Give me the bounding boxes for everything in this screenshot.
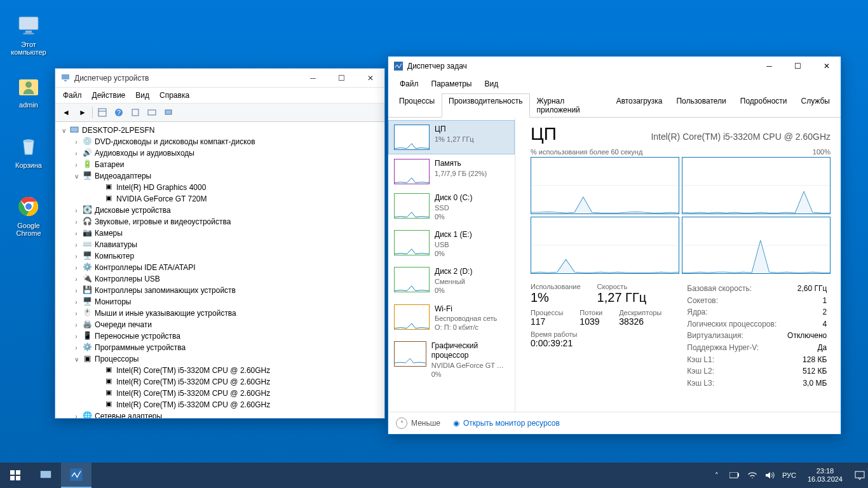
tray-action-center-icon[interactable] [854,470,865,480]
expand-icon[interactable]: › [72,299,81,306]
expand-icon[interactable]: ∨ [72,356,81,363]
sidebar-card-3[interactable]: Диск 1 (E:)USB0% [388,226,515,262]
tree-category[interactable]: ›🖥️Мониторы [57,296,383,308]
titlebar[interactable]: Диспетчер устройств ─ ☐ ✕ [55,69,384,88]
menu-help[interactable]: Справка [154,89,194,102]
desktop-icon-chrome[interactable]: Google Chrome [6,194,51,237]
cpu-graph-0[interactable] [531,157,679,214]
tab-5[interactable]: Подробности [733,93,794,118]
sidebar[interactable]: ЦП1% 1,27 ГГцПамять1,7/7,9 ГБ (22%)Диск … [388,118,515,412]
tray-wifi-icon[interactable] [747,471,758,479]
maximize-button[interactable]: ☐ [327,69,356,87]
tree-category[interactable]: ∨▣Процессоры [57,353,383,365]
expand-icon[interactable]: › [72,150,81,157]
tree-device[interactable]: ▣Intel(R) Core(TM) i5-3320M CPU @ 2.60GH… [57,365,383,376]
menu-file[interactable]: Файл [393,77,425,91]
tree-category[interactable]: ›🔋Батареи [57,159,383,170]
tree-device[interactable]: ▣Intel(R) Core(TM) i5-3320M CPU @ 2.60GH… [57,388,383,399]
tray-battery-icon[interactable] [729,472,740,478]
desktop-icon-admin[interactable]: admin [6,73,51,109]
menu-view[interactable]: Вид [130,89,154,102]
expand-icon[interactable]: › [72,413,81,419]
menu-action[interactable]: Действие [87,89,131,102]
tab-6[interactable]: Службы [794,93,837,118]
toolbar-view[interactable] [95,105,109,119]
tab-0[interactable]: Процессы [392,93,442,118]
expand-icon[interactable]: ∨ [72,173,81,180]
toolbar-back[interactable]: ◄ [59,105,73,119]
tab-2[interactable]: Журнал приложений [530,93,609,118]
menu-file[interactable]: Файл [58,89,87,102]
toolbar-scan[interactable] [145,105,159,119]
tree-device[interactable]: ▣NVIDIA GeForce GT 720M [57,193,383,205]
cpu-graph-3[interactable] [682,217,831,274]
tab-4[interactable]: Пользователи [669,93,733,118]
sidebar-card-6[interactable]: Графический процессорNVIDIA GeForce GT 7… [388,337,515,384]
tree-category[interactable]: ∨🖥️Видеоадаптеры [57,170,383,182]
tree-category[interactable]: ›🔊Аудиовходы и аудиовыходы [57,147,383,159]
tree-category[interactable]: ›⚙️Программные устройства [57,342,383,353]
cpu-graph-2[interactable] [531,217,679,274]
expand-icon[interactable]: › [72,276,81,283]
titlebar[interactable]: Диспетчер задач ─ ☐ ✕ [388,57,841,76]
tree-category[interactable]: ›💽Дисковые устройства [57,205,383,216]
desktop-icon-recycle-bin[interactable]: Корзина [6,133,51,169]
taskbar[interactable]: ˄ РУС 23:18 16.03.2024 [0,463,868,488]
expand-icon[interactable]: › [72,310,81,317]
tree-device[interactable]: ▣Intel(R) HD Graphics 4000 [57,182,383,193]
sidebar-card-4[interactable]: Диск 2 (D:)Сменный0% [388,262,515,299]
tree-category[interactable]: ›🎧Звуковые, игровые и видеоустройства [57,216,383,227]
close-button[interactable]: ✕ [812,57,841,76]
toolbar-help[interactable]: ? [112,105,126,119]
menu-params[interactable]: Параметры [425,77,478,91]
tree-category[interactable]: ›🖨️Очереди печати [57,319,383,330]
toolbar-fwd[interactable]: ► [76,105,90,119]
expand-icon[interactable]: ∨ [59,127,68,134]
sidebar-card-1[interactable]: Память1,7/7,9 ГБ (22%) [388,154,515,189]
expand-icon[interactable]: › [72,139,81,146]
start-button[interactable] [0,463,31,488]
close-button[interactable]: ✕ [356,69,384,87]
tree-category[interactable]: ›💾Контроллеры запоминающих устройств [57,285,383,296]
tray-clock[interactable]: 23:18 16.03.2024 [803,467,848,484]
minimize-button[interactable]: ─ [299,69,327,87]
expand-icon[interactable]: › [72,344,81,351]
toolbar-refresh[interactable] [128,105,142,119]
sidebar-card-2[interactable]: Диск 0 (C:)SSD0% [388,189,515,226]
expand-icon[interactable]: › [72,322,81,329]
expand-icon[interactable]: › [72,230,81,237]
tree-device[interactable]: ▣Intel(R) Core(TM) i5-3320M CPU @ 2.60GH… [57,376,383,388]
tree-category[interactable]: ›🖥️Компьютер [57,250,383,262]
expand-icon[interactable]: › [72,161,81,168]
expand-icon[interactable]: › [72,241,81,248]
toolbar-monitor[interactable] [161,105,175,119]
tree-category[interactable]: ›🖱️Мыши и иные указывающие устройства [57,308,383,319]
tree-category[interactable]: ›📱Переносные устройства [57,330,383,342]
expand-icon[interactable]: › [72,219,81,226]
desktop-icon-this-pc[interactable]: Этот компьютер [6,13,51,56]
expand-icon[interactable]: › [72,264,81,271]
expand-icon[interactable]: › [72,333,81,340]
tab-1[interactable]: Производительность [442,93,529,118]
tree-category[interactable]: ›⌨️Клавиатуры [57,239,383,250]
minimize-button[interactable]: ─ [755,57,783,76]
tree-category[interactable]: ›💿DVD-дисководы и дисководы компакт-диск… [57,136,383,147]
maximize-button[interactable]: ☐ [783,57,812,76]
tree-category[interactable]: ›📷Камеры [57,227,383,239]
tree-category[interactable]: ›🔌Контроллеры USB [57,273,383,285]
device-tree[interactable]: ∨ DESKTOP-2LPESFN ›💿DVD-дисководы и диск… [55,122,384,418]
tray-volume-icon[interactable] [764,471,776,479]
sidebar-card-0[interactable]: ЦП1% 1,27 ГГц [388,120,515,154]
taskbar-taskmgr[interactable] [61,463,92,488]
tree-category[interactable]: ›🌐Сетевые адаптеры [57,410,383,418]
taskbar-devmgr[interactable] [31,463,61,488]
tree-root[interactable]: ∨ DESKTOP-2LPESFN [57,125,383,136]
menu-view[interactable]: Вид [478,77,505,91]
expand-icon[interactable]: › [72,207,81,214]
tab-3[interactable]: Автозагрузка [609,93,670,118]
expand-icon[interactable]: › [72,287,81,294]
expand-icon[interactable]: › [72,253,81,260]
sidebar-card-5[interactable]: Wi-FiБеспроводная сетьО: П: 0 кбит/с [388,300,515,337]
cpu-graph-1[interactable] [682,157,831,214]
tree-device[interactable]: ▣Intel(R) Core(TM) i5-3320M CPU @ 2.60GH… [57,399,383,410]
